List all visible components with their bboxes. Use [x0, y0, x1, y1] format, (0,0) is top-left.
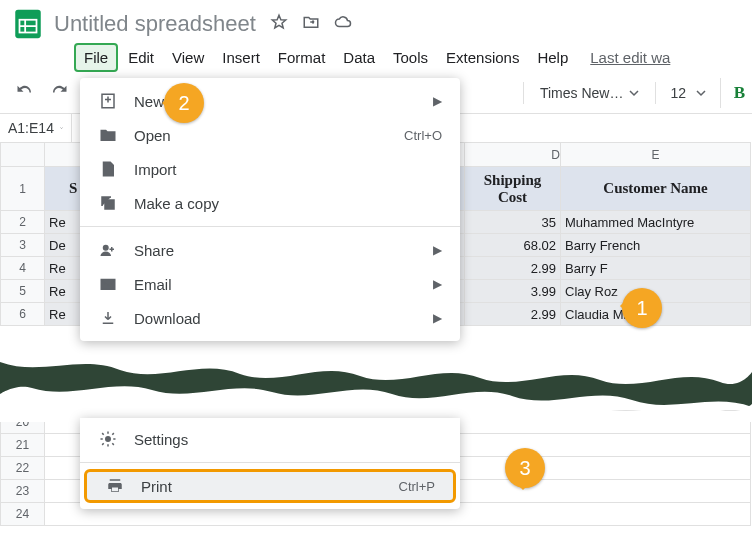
menu-item-label: Email [134, 276, 417, 293]
row-header[interactable]: 2 [1, 211, 45, 234]
font-family-select[interactable]: Times New… [532, 81, 648, 105]
file-menu-open[interactable]: Open Ctrl+O [80, 118, 460, 152]
gear-icon [98, 430, 118, 448]
file-menu-dropdown-lower: Settings Print Ctrl+P [80, 418, 460, 509]
file-menu-download[interactable]: Download ▶ [80, 301, 460, 335]
row-header[interactable]: 21 [1, 434, 45, 457]
file-menu-settings[interactable]: Settings [80, 422, 460, 456]
svg-point-7 [104, 246, 109, 251]
share-icon [98, 241, 118, 259]
menu-help[interactable]: Help [529, 45, 576, 70]
undo-icon[interactable] [16, 82, 34, 104]
cloud-status-icon[interactable] [334, 13, 352, 35]
menu-item-label: Import [134, 161, 442, 178]
cell[interactable]: Barry F [561, 257, 751, 280]
new-file-icon [98, 92, 118, 110]
menu-tools[interactable]: Tools [385, 45, 436, 70]
cell[interactable]: 35 [465, 211, 561, 234]
row-header[interactable]: 20 [1, 411, 45, 434]
shortcut-label: Ctrl+P [399, 479, 435, 494]
chevron-down-icon [629, 88, 639, 98]
file-menu-import[interactable]: Import [80, 152, 460, 186]
file-menu-new[interactable]: New ▶ [80, 84, 460, 118]
menu-item-label: Print [141, 478, 383, 495]
file-menu-share[interactable]: Share ▶ [80, 233, 460, 267]
cell[interactable]: Customer Name [561, 167, 751, 211]
menu-file[interactable]: File [74, 43, 118, 72]
row-header[interactable]: 3 [1, 234, 45, 257]
name-box[interactable]: A1:E14 [0, 114, 72, 142]
download-icon [98, 309, 118, 327]
row-header[interactable]: 6 [1, 303, 45, 326]
menu-edit[interactable]: Edit [120, 45, 162, 70]
email-icon [98, 275, 118, 293]
file-menu-print[interactable]: Print Ctrl+P [84, 469, 456, 503]
menu-bar: File Edit View Insert Format Data Tools … [0, 42, 752, 72]
menu-divider [80, 226, 460, 227]
move-icon[interactable] [302, 13, 320, 35]
row-header[interactable]: 22 [1, 457, 45, 480]
svg-marker-4 [272, 15, 286, 28]
menu-item-label: Download [134, 310, 417, 327]
row-header[interactable]: 5 [1, 280, 45, 303]
menu-item-label: Open [134, 127, 388, 144]
menu-divider [80, 462, 460, 463]
file-menu-email[interactable]: Email ▶ [80, 267, 460, 301]
toolbar-separator [523, 82, 524, 104]
column-header[interactable]: D [465, 143, 561, 167]
row-header[interactable]: 4 [1, 257, 45, 280]
cell[interactable]: 68.02 [465, 234, 561, 257]
annotation-callout-1: 1 [622, 288, 662, 328]
font-size-label: 12 [670, 85, 686, 101]
folder-icon [98, 126, 118, 144]
annotation-callout-3: 3 [505, 448, 545, 488]
font-family-label: Times New… [540, 85, 624, 101]
cell[interactable]: 2.99 [465, 257, 561, 280]
star-icon[interactable] [270, 13, 288, 35]
select-all-cell[interactable] [1, 143, 45, 167]
submenu-arrow-icon: ▶ [433, 277, 442, 291]
svg-point-9 [106, 437, 111, 442]
row-header[interactable]: 23 [1, 480, 45, 503]
copy-icon [98, 194, 118, 212]
menu-item-label: Make a copy [134, 195, 442, 212]
column-header[interactable]: E [561, 143, 751, 167]
sheets-logo[interactable] [8, 4, 48, 44]
menu-item-label: Share [134, 242, 417, 259]
file-menu-make-copy[interactable]: Make a copy [80, 186, 460, 220]
menu-item-label: Settings [134, 431, 442, 448]
title-bar: Untitled spreadsheet [0, 0, 752, 42]
chevron-down-icon [696, 88, 706, 98]
last-edit-link[interactable]: Last edit wa [590, 49, 670, 66]
submenu-arrow-icon: ▶ [433, 311, 442, 325]
toolbar-separator [655, 82, 656, 104]
cell[interactable]: 3.99 [465, 280, 561, 303]
annotation-callout-2: 2 [164, 83, 204, 123]
submenu-arrow-icon: ▶ [433, 94, 442, 108]
row-header[interactable]: 24 [1, 503, 45, 526]
bold-button[interactable]: B [720, 78, 750, 108]
menu-view[interactable]: View [164, 45, 212, 70]
chevron-down-icon [60, 124, 63, 132]
menu-extensions[interactable]: Extensions [438, 45, 527, 70]
file-menu-dropdown: New ▶ Open Ctrl+O Import Make a copy Sha… [80, 78, 460, 341]
cell[interactable]: Shipping Cost [465, 167, 561, 211]
menu-data[interactable]: Data [335, 45, 383, 70]
cell[interactable]: Muhammed MacIntyre [561, 211, 751, 234]
name-box-value: A1:E14 [8, 120, 54, 136]
submenu-arrow-icon: ▶ [433, 243, 442, 257]
document-title[interactable]: Untitled spreadsheet [54, 11, 256, 37]
menu-insert[interactable]: Insert [214, 45, 268, 70]
font-size-select[interactable]: 12 [664, 81, 712, 105]
shortcut-label: Ctrl+O [404, 128, 442, 143]
import-icon [98, 160, 118, 178]
cell[interactable]: Barry French [561, 234, 751, 257]
menu-format[interactable]: Format [270, 45, 334, 70]
redo-icon[interactable] [50, 82, 68, 104]
print-icon [105, 477, 125, 495]
row-header[interactable]: 1 [1, 167, 45, 211]
cell[interactable]: 2.99 [465, 303, 561, 326]
